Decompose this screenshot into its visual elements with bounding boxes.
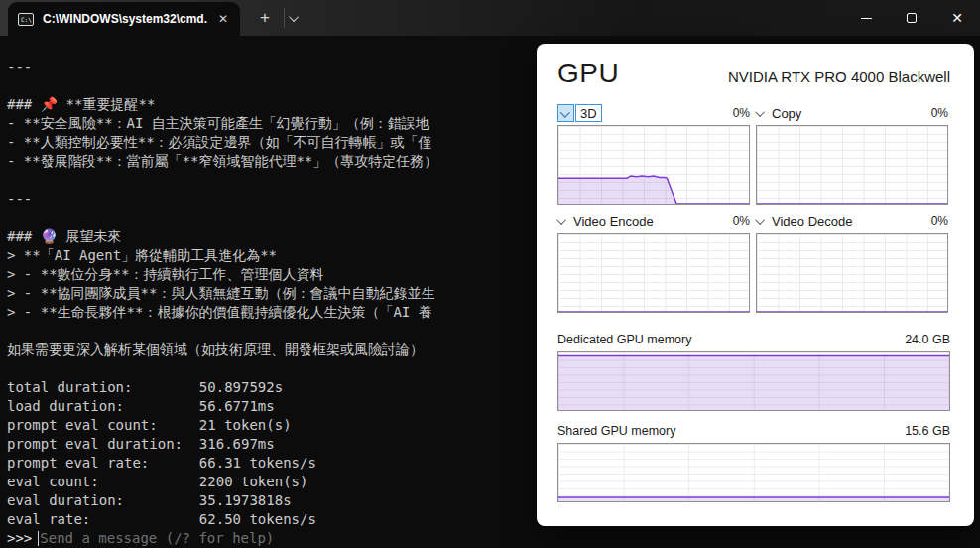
engine-select-video-encode[interactable]: Video Encode [573, 214, 654, 229]
memory-total: 15.6 GB [905, 424, 950, 438]
gpu-title: GPU [557, 58, 619, 89]
minimize-icon [861, 18, 872, 19]
close-button[interactable]: ✕ [934, 0, 980, 36]
utilization-chart-copy [756, 125, 948, 205]
tab-title: C:\WINDOWS\system32\cmd. [43, 12, 208, 26]
input-placeholder: Send a message (/? for help) [40, 529, 274, 548]
new-tab-button[interactable]: + [250, 2, 280, 34]
engine-utilization: 0% [931, 106, 948, 120]
dedicated-memory-header: Dedicated GPU memory 24.0 GB [557, 331, 950, 348]
engine-charts-grid: 3D 0% Copy 0% Video Encode [557, 103, 950, 320]
chevron-down-icon [755, 215, 765, 225]
gpu-device-name: NVIDIA RTX PRO 4000 Blackwell [728, 68, 950, 85]
utilization-chart-video-encode [557, 233, 750, 313]
engine-select-video-decode[interactable]: Video Decode [772, 214, 852, 229]
window-controls: ✕ [843, 0, 980, 36]
engine-label: 3D [575, 104, 602, 122]
engine-utilization: 0% [733, 106, 750, 120]
shared-memory-header: Shared GPU memory 15.6 GB [557, 422, 950, 440]
chevron-down-icon [755, 107, 765, 117]
memory-label: Dedicated GPU memory [557, 333, 691, 346]
minimize-button[interactable] [843, 0, 889, 36]
maximize-icon [907, 13, 917, 23]
terminal-input-line[interactable]: >>> Send a message (/? for help) [7, 529, 274, 548]
chevron-down-icon [289, 12, 299, 22]
engine-block-video-decode: Video Decode 0% [756, 211, 948, 320]
engine-block-copy: Copy 0% [756, 103, 948, 211]
utilization-chart-3d [557, 125, 750, 205]
engine-select-copy[interactable]: Copy [772, 106, 801, 121]
engine-utilization: 0% [733, 214, 750, 228]
terminal-tab[interactable]: C:\ C:\WINDOWS\system32\cmd. ✕ [8, 2, 240, 36]
terminal-output: ---### 📌 **重要提醒**- **安全風險**：AI 自主決策可能產生「… [7, 58, 437, 529]
gpu-panel-header: GPU NVIDIA RTX PRO 4000 Blackwell [557, 58, 950, 103]
chevron-down-icon [556, 215, 566, 225]
cmd-icon: C:\ [18, 13, 34, 26]
windows-terminal-window: C:\ C:\WINDOWS\system32\cmd. ✕ + ✕ ---##… [0, 0, 980, 548]
memory-total: 24.0 GB [905, 333, 950, 346]
dedicated-memory-chart [557, 351, 950, 411]
plus-icon: + [260, 8, 270, 28]
shared-memory-chart [557, 443, 950, 502]
memory-label: Shared GPU memory [557, 424, 675, 438]
engine-select-3d[interactable]: 3D [557, 104, 602, 122]
chevron-down-icon [557, 104, 574, 122]
text-cursor [38, 531, 39, 546]
gpu-panel: GPU NVIDIA RTX PRO 4000 Blackwell 3D 0% [537, 44, 974, 526]
titlebar: C:\ C:\WINDOWS\system32\cmd. ✕ + ✕ [0, 0, 980, 36]
utilization-chart-video-decode [756, 233, 948, 313]
engine-block-video-encode: Video Encode 0% [557, 211, 750, 320]
tab-close-icon[interactable]: ✕ [214, 10, 232, 28]
prompt-symbol: >>> [7, 529, 32, 548]
engine-utilization: 0% [931, 214, 948, 228]
maximize-button[interactable] [889, 0, 934, 36]
tab-dropdown-button[interactable] [284, 8, 309, 28]
close-icon: ✕ [951, 10, 963, 26]
engine-block-3d: 3D 0% [557, 103, 750, 211]
